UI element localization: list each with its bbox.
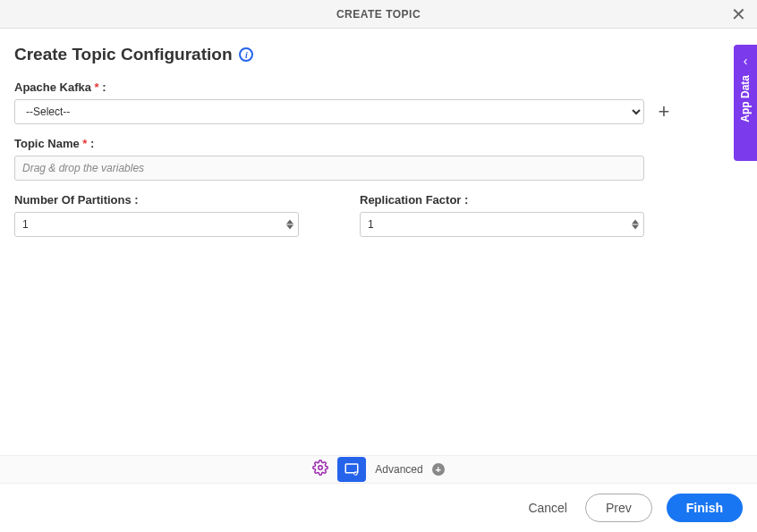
topic-name-label: Topic Name * : xyxy=(14,137,743,150)
dialog-footer: Cancel Prev Finish xyxy=(0,484,757,532)
chevron-left-icon: ‹ xyxy=(744,54,748,68)
prev-button[interactable]: Prev xyxy=(585,494,652,522)
close-button[interactable]: ✕ xyxy=(731,5,746,23)
partitions-input-wrap xyxy=(14,212,299,237)
replication-input-wrap xyxy=(360,212,644,237)
info-icon[interactable]: i xyxy=(239,47,253,62)
dialog-content: Create Topic Configuration i Apache Kafk… xyxy=(0,29,757,253)
gear-icon[interactable] xyxy=(312,460,328,479)
page-title: Create Topic Configuration xyxy=(14,45,232,64)
cancel-button[interactable]: Cancel xyxy=(524,494,571,522)
replication-input[interactable] xyxy=(360,212,644,237)
page-title-row: Create Topic Configuration i xyxy=(14,45,743,64)
add-kafka-button[interactable]: + xyxy=(653,101,675,122)
partitions-spinner xyxy=(286,220,293,230)
topic-name-input[interactable] xyxy=(14,156,644,181)
kafka-select-row: --Select-- + xyxy=(14,99,743,124)
dialog-header: CREATE TOPIC ✕ xyxy=(0,0,757,29)
bottom-toolbar: Advanced + xyxy=(0,455,757,484)
plus-circle-icon: + xyxy=(435,465,440,475)
spinner-up-icon[interactable] xyxy=(632,220,639,224)
replication-field-group: Replication Factor : xyxy=(360,193,644,237)
replication-label: Replication Factor : xyxy=(360,193,644,207)
spinner-up-icon[interactable] xyxy=(286,220,293,224)
kafka-field-group: Apache Kafka * : --Select-- + xyxy=(14,80,743,124)
partitions-field-group: Number Of Partitions : xyxy=(14,193,299,237)
partitions-label: Number Of Partitions : xyxy=(14,193,299,207)
required-mark: * xyxy=(82,137,87,150)
close-icon: ✕ xyxy=(731,4,746,24)
finish-button[interactable]: Finish xyxy=(667,494,743,522)
partitions-input[interactable] xyxy=(14,212,299,237)
spinner-down-icon[interactable] xyxy=(632,225,639,230)
kafka-label: Apache Kafka * : xyxy=(14,80,743,94)
dialog-title: CREATE TOPIC xyxy=(336,8,421,21)
screen-icon-button[interactable] xyxy=(337,457,366,482)
advanced-label: Advanced xyxy=(375,463,422,476)
svg-point-0 xyxy=(319,466,323,470)
advanced-expand-button[interactable]: + xyxy=(432,463,445,476)
app-data-side-tab[interactable]: ‹ App Data xyxy=(734,45,757,161)
plus-icon: + xyxy=(659,102,670,122)
required-mark: * xyxy=(95,80,99,94)
spinner-down-icon[interactable] xyxy=(286,225,293,230)
replication-spinner xyxy=(632,220,639,230)
two-column-row: Number Of Partitions : Replication Facto… xyxy=(14,193,743,237)
topic-name-field-group: Topic Name * : xyxy=(14,137,743,181)
kafka-select[interactable]: --Select-- xyxy=(14,99,644,124)
side-tab-label: App Data xyxy=(739,75,752,122)
